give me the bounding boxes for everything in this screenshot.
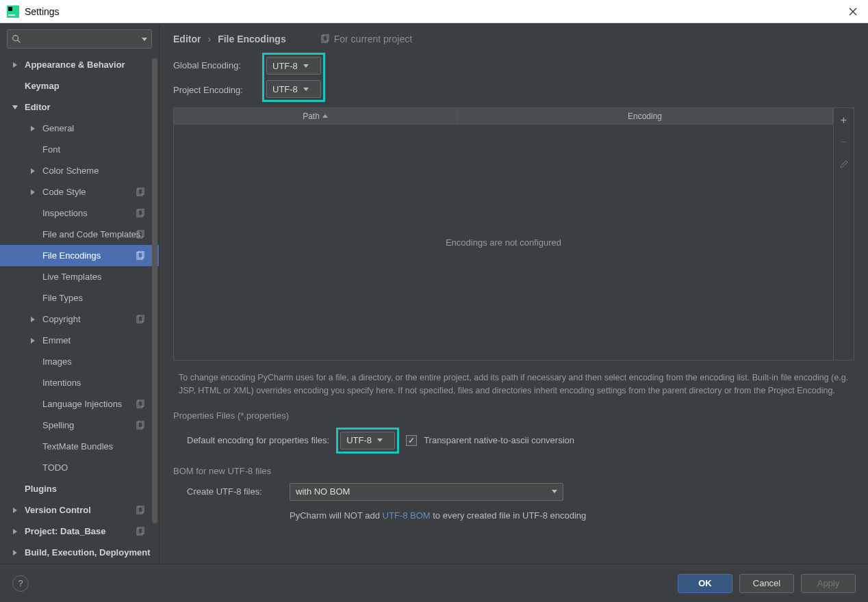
- sidebar-item-color-scheme[interactable]: Color Scheme: [0, 160, 159, 181]
- table-toolbar: + −: [834, 107, 854, 361]
- sidebar-item-editor[interactable]: Editor: [0, 96, 159, 118]
- project-scope-icon: [136, 209, 145, 218]
- sidebar-item-label: File and Code Templates: [42, 229, 141, 239]
- sidebar-item-emmet[interactable]: Emmet: [0, 330, 159, 351]
- chevron-right-icon: ›: [207, 34, 211, 44]
- chevron-right-icon: [11, 506, 19, 514]
- sidebar-item-label: Language Injections: [42, 399, 122, 409]
- project-scope-icon: [136, 187, 145, 197]
- svg-line-4: [18, 40, 21, 43]
- bom-section-title: BOM for new UTF-8 files: [159, 456, 868, 480]
- global-encoding-dropdown[interactable]: UTF-8: [266, 57, 321, 75]
- search-history-icon[interactable]: [142, 38, 147, 41]
- footer: ? OK Cancel Apply: [0, 564, 868, 602]
- sidebar-item-textmate-bundles[interactable]: TextMate Bundles: [0, 436, 159, 457]
- project-scope-icon: [136, 230, 145, 239]
- sidebar-item-appearance-behavior[interactable]: Appearance & Behavior: [0, 54, 159, 75]
- project-encoding-dropdown[interactable]: UTF-8: [266, 80, 321, 98]
- sidebar-item-general[interactable]: General: [0, 118, 159, 139]
- titlebar: Settings: [0, 0, 868, 23]
- global-encoding-label: Global Encoding:: [173, 60, 262, 70]
- search-input[interactable]: [7, 29, 152, 49]
- sidebar-item-keymap[interactable]: Keymap: [0, 75, 159, 96]
- sidebar-item-language-injections[interactable]: Language Injections: [0, 393, 159, 415]
- sidebar-item-todo[interactable]: TODO: [0, 457, 159, 478]
- bom-hint: PyCharm will NOT add UTF-8 BOM to every …: [159, 503, 868, 521]
- column-path[interactable]: Path: [174, 108, 457, 124]
- sidebar-item-label: File Types: [42, 293, 83, 303]
- chevron-down-icon: [11, 103, 19, 112]
- sidebar-item-font[interactable]: Font: [0, 139, 159, 160]
- sidebar-item-plugins[interactable]: Plugins: [0, 478, 159, 499]
- sidebar-item-inspections[interactable]: Inspections: [0, 202, 159, 224]
- chevron-right-icon: [29, 315, 37, 324]
- sidebar-item-label: Code Style: [42, 187, 86, 197]
- sidebar-item-label: File Encodings: [42, 250, 101, 261]
- ok-button[interactable]: OK: [678, 574, 732, 593]
- chevron-right-icon: [29, 167, 37, 175]
- sidebar-item-file-types[interactable]: File Types: [0, 287, 159, 309]
- sidebar-item-label: General: [42, 123, 74, 133]
- chevron-right-icon: [11, 61, 19, 69]
- help-text: To change encoding PyCharm uses for a fi…: [159, 361, 868, 405]
- svg-rect-1: [8, 7, 12, 11]
- sidebar-item-label: TextMate Bundles: [42, 441, 113, 452]
- sidebar-item-label: TODO: [42, 462, 68, 473]
- breadcrumb: Editor › File Encodings For current proj…: [159, 24, 868, 53]
- properties-encoding-label: Default encoding for properties files:: [187, 435, 329, 445]
- sidebar-item-label: Live Templates: [42, 272, 101, 282]
- sidebar-item-code-style[interactable]: Code Style: [0, 181, 159, 202]
- sidebar-item-label: Project: Data_Base: [25, 526, 106, 536]
- sidebar-scrollbar[interactable]: [152, 58, 157, 523]
- apply-button: Apply: [801, 574, 856, 593]
- app-icon: [7, 5, 19, 18]
- utf8-bom-link[interactable]: UTF-8 BOM: [383, 510, 431, 521]
- sidebar-item-label: Color Scheme: [42, 166, 99, 176]
- chevron-down-icon: [552, 490, 557, 493]
- breadcrumb-editor[interactable]: Editor: [173, 34, 201, 44]
- sidebar-item-live-templates[interactable]: Live Templates: [0, 266, 159, 287]
- sidebar: Appearance & BehaviorKeymapEditorGeneral…: [0, 24, 159, 564]
- sidebar-item-label: Version Control: [25, 505, 91, 515]
- project-scope-icon: [136, 527, 145, 536]
- sidebar-item-spelling[interactable]: Spelling: [0, 415, 159, 436]
- chevron-right-icon: [29, 337, 37, 345]
- sidebar-item-build-execution-deployment[interactable]: Build, Execution, Deployment: [0, 542, 159, 563]
- sidebar-item-label: Font: [42, 144, 60, 155]
- chevron-right-icon: [11, 549, 19, 557]
- breadcrumb-file-encodings: File Encodings: [218, 34, 286, 44]
- window-title: Settings: [25, 6, 60, 17]
- chevron-down-icon: [303, 88, 309, 91]
- sidebar-item-images[interactable]: Images: [0, 351, 159, 372]
- highlight-properties-dropdown: UTF-8: [336, 428, 399, 454]
- sidebar-item-intentions[interactable]: Intentions: [0, 372, 159, 393]
- cancel-button[interactable]: Cancel: [739, 574, 794, 593]
- sidebar-item-project-data-base[interactable]: Project: Data_Base: [0, 521, 159, 542]
- sidebar-item-version-control[interactable]: Version Control: [0, 499, 159, 521]
- sidebar-item-label: Plugins: [25, 484, 57, 494]
- project-scope-icon: [136, 421, 145, 430]
- project-scope-icon: [136, 315, 145, 324]
- help-button[interactable]: ?: [12, 575, 29, 592]
- search-icon: [12, 34, 21, 44]
- chevron-right-icon: [29, 125, 37, 133]
- encoding-table: Path Encoding Encodings are not configur…: [173, 107, 854, 361]
- chevron-down-icon: [303, 64, 309, 68]
- column-encoding[interactable]: Encoding: [457, 108, 833, 124]
- add-icon[interactable]: +: [837, 114, 851, 127]
- close-icon[interactable]: [845, 3, 861, 20]
- properties-encoding-dropdown[interactable]: UTF-8: [340, 432, 395, 449]
- transparent-ascii-checkbox[interactable]: ✓: [406, 435, 417, 446]
- sidebar-item-label: Keymap: [25, 81, 60, 91]
- sidebar-item-label: Copyright: [42, 314, 81, 324]
- sort-asc-icon: [322, 114, 328, 118]
- sidebar-item-file-and-code-templates[interactable]: File and Code Templates: [0, 224, 159, 245]
- sidebar-item-label: Intentions: [42, 378, 81, 388]
- sidebar-item-file-encodings[interactable]: File Encodings: [0, 245, 159, 266]
- svg-rect-2: [8, 14, 15, 16]
- transparent-ascii-label: Transparent native-to-ascii conversion: [424, 435, 574, 445]
- sidebar-item-label: Inspections: [42, 208, 88, 218]
- remove-icon: −: [837, 135, 851, 149]
- sidebar-item-copyright[interactable]: Copyright: [0, 309, 159, 330]
- create-utf8-dropdown[interactable]: with NO BOM: [290, 483, 563, 501]
